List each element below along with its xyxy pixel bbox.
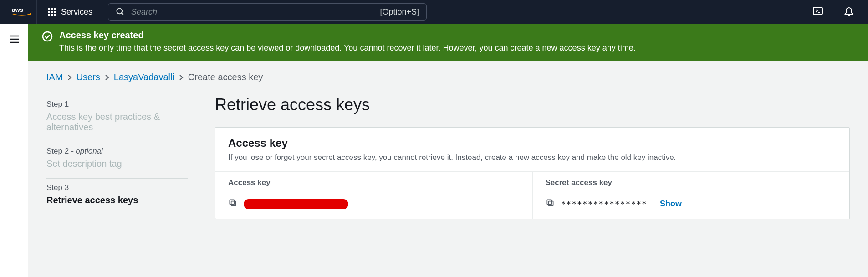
services-button[interactable]: Services xyxy=(44,7,96,17)
grid-icon xyxy=(48,8,56,16)
search-bar[interactable]: [Option+S] xyxy=(108,3,427,21)
services-label: Services xyxy=(61,7,92,17)
banner-title: Access key created xyxy=(59,30,636,41)
access-key-card: Access key If you lose or forget your se… xyxy=(215,127,850,219)
card-description: If you lose or forget your secret access… xyxy=(228,153,837,162)
step-1[interactable]: Step 1 Access key best practices & alter… xyxy=(46,95,188,142)
notifications-icon[interactable] xyxy=(837,5,861,18)
svg-point-1 xyxy=(117,9,123,14)
chevron-right-icon xyxy=(105,74,109,81)
svg-rect-12 xyxy=(547,200,551,204)
wizard-steps: Step 1 Access key best practices & alter… xyxy=(46,95,188,219)
check-circle-icon xyxy=(42,31,53,42)
svg-rect-11 xyxy=(548,201,553,206)
breadcrumb-users[interactable]: Users xyxy=(77,72,100,82)
breadcrumb-current: Create access key xyxy=(188,72,263,82)
chevron-right-icon xyxy=(179,74,184,81)
card-title: Access key xyxy=(228,137,837,149)
step-3[interactable]: Step 3 Retrieve access keys xyxy=(46,179,188,215)
show-secret-button[interactable]: Show xyxy=(660,199,682,209)
secret-key-masked: **************** xyxy=(561,199,647,209)
secret-key-header: Secret access key xyxy=(546,178,837,187)
access-key-header: Access key xyxy=(228,178,520,187)
search-shortcut: [Option+S] xyxy=(380,7,419,17)
search-icon xyxy=(116,7,125,16)
breadcrumb-user[interactable]: LasyaVadavalli xyxy=(114,72,174,82)
page-title: Retrieve access keys xyxy=(215,95,850,114)
svg-point-8 xyxy=(43,32,52,41)
copy-icon[interactable] xyxy=(546,198,555,210)
left-rail xyxy=(0,24,28,277)
access-key-value-redacted xyxy=(244,199,348,209)
aws-logo[interactable]: aws xyxy=(7,0,37,24)
svg-text:aws: aws xyxy=(12,6,23,13)
chevron-right-icon xyxy=(67,74,72,81)
breadcrumb: IAM Users LasyaVadavalli Create access k… xyxy=(46,72,850,82)
cloudshell-icon[interactable] xyxy=(806,5,830,18)
top-nav: aws Services [Option+S] xyxy=(0,0,868,24)
svg-rect-10 xyxy=(230,200,234,204)
search-input[interactable] xyxy=(131,7,373,17)
success-banner: Access key created This is the only time… xyxy=(28,24,868,61)
step-2[interactable]: Step 2 - optional Set description tag xyxy=(46,142,188,179)
hamburger-icon[interactable] xyxy=(9,35,20,277)
banner-message: This is the only time that the secret ac… xyxy=(59,43,636,53)
svg-line-2 xyxy=(122,13,124,15)
breadcrumb-iam[interactable]: IAM xyxy=(46,72,63,82)
copy-icon[interactable] xyxy=(228,198,237,210)
svg-rect-9 xyxy=(231,201,236,206)
